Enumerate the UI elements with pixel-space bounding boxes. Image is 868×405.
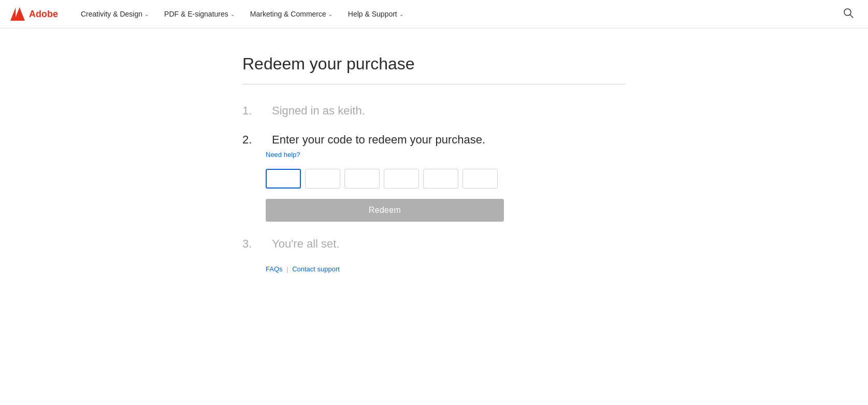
svg-line-3 [850,15,853,18]
chevron-down-icon: ⌄ [144,11,149,17]
divider [242,84,626,84]
contact-support-link[interactable]: Contact support [292,265,340,273]
search-icon [843,8,853,18]
step-1-number: 1. [242,103,266,118]
adobe-logo-text: Adobe [29,9,58,20]
adobe-logo-icon [10,7,25,21]
step-2: 2. Enter your code to redeem your purcha… [242,132,626,222]
footer-links: FAQs | Contact support [242,265,626,273]
code-input-4[interactable] [384,169,419,189]
code-input-5[interactable] [423,169,458,189]
nav-item-marketing-commerce-label: Marketing & Commerce [250,10,326,18]
code-inputs [266,169,626,189]
code-input-3[interactable] [344,169,380,189]
nav-items: Creativity & Design ⌄ PDF & E-signatures… [75,6,839,22]
nav-item-creativity-design-label: Creativity & Design [81,10,142,18]
step-3-number: 3. [242,236,266,251]
page-title: Redeem your purchase [242,54,626,74]
redeem-button[interactable]: Redeem [266,199,504,222]
code-input-6[interactable] [462,169,498,189]
code-input-2[interactable] [305,169,340,189]
nav-item-marketing-commerce[interactable]: Marketing & Commerce ⌄ [244,6,339,22]
svg-marker-1 [10,7,16,21]
separator: | [286,265,288,273]
step-2-label: Enter your code to redeem your purchase. [272,133,485,147]
step-1: 1. Signed in as keith. [242,103,626,118]
nav-item-pdf-esignatures[interactable]: PDF & E-signatures ⌄ [158,6,241,22]
chevron-down-icon: ⌄ [399,11,403,17]
step-1-label: Signed in as keith. [272,104,365,118]
step-2-number: 2. [242,132,266,147]
nav-item-help-support[interactable]: Help & Support ⌄ [342,6,410,22]
nav-item-creativity-design[interactable]: Creativity & Design ⌄ [75,6,155,22]
adobe-logo[interactable]: Adobe [10,7,58,21]
chevron-down-icon: ⌄ [328,11,332,17]
nav-item-pdf-esignatures-label: PDF & E-signatures [164,10,228,18]
main-content: Redeem your purchase 1. Signed in as kei… [232,28,636,304]
step-3-label: You're all set. [272,237,340,251]
top-navigation: Adobe Creativity & Design ⌄ PDF & E-sign… [0,0,868,28]
chevron-down-icon: ⌄ [230,11,235,17]
step-3: 3. You're all set. [242,236,626,251]
search-button[interactable] [839,4,858,25]
nav-item-help-support-label: Help & Support [348,10,397,18]
svg-marker-0 [14,7,25,21]
need-help-link[interactable]: Need help? [266,151,300,158]
code-input-1[interactable] [266,169,301,189]
faqs-link[interactable]: FAQs [266,265,283,273]
